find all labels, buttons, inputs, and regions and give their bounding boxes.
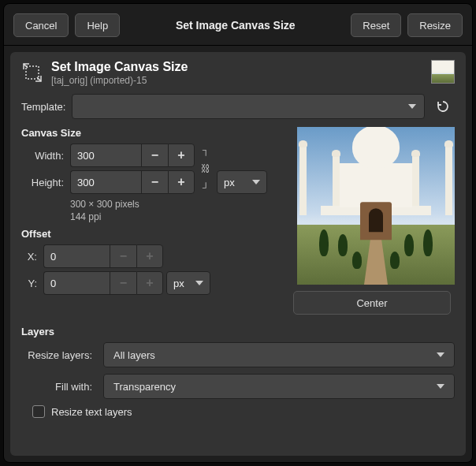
offset-unit-value: px	[173, 278, 191, 289]
height-label: Height:	[21, 177, 67, 188]
offset-y-label: Y:	[21, 278, 40, 289]
resize-layers-label: Resize layers:	[21, 349, 97, 361]
canvas-size-section: Canvas Size	[21, 127, 282, 139]
width-decrement-button[interactable]: −	[141, 144, 168, 167]
width-label: Width:	[21, 150, 67, 162]
offset-x-increment-button[interactable]: +	[136, 244, 163, 268]
resize-text-layers-checkbox[interactable]	[32, 405, 45, 418]
link-bracket-bottom: ┘	[203, 183, 210, 192]
canvas-unit-combo[interactable]: px	[217, 170, 267, 194]
template-label: Template:	[21, 101, 65, 113]
chain-link-toggle[interactable]: ⛓	[201, 163, 210, 174]
chevron-down-icon	[408, 104, 416, 109]
fill-with-label: Fill with:	[21, 381, 97, 393]
chevron-down-icon	[252, 180, 260, 185]
dimension-readout: 300 × 300 pixels	[70, 199, 282, 211]
chevron-down-icon	[437, 352, 444, 357]
center-button[interactable]: Center	[293, 291, 451, 315]
template-combo[interactable]	[72, 94, 425, 119]
chevron-down-icon	[437, 384, 444, 389]
dialog-title: Set Image Canvas Size	[51, 60, 423, 74]
help-button[interactable]: Help	[75, 13, 120, 37]
offset-y-decrement-button[interactable]: −	[110, 271, 136, 295]
svg-rect-0	[26, 66, 39, 79]
height-decrement-button[interactable]: −	[141, 170, 168, 194]
resize-layers-combo[interactable]: All layers	[103, 342, 455, 367]
canvas-preview[interactable]	[297, 127, 455, 285]
cancel-button[interactable]: Cancel	[13, 13, 69, 37]
window-title: Set Image Canvas Size	[126, 19, 344, 32]
reset-icon	[436, 99, 450, 114]
dialog-subtitle: [taj_orig] (imported)-15	[51, 75, 423, 86]
offset-x-input[interactable]	[43, 244, 110, 268]
offset-y-increment-button[interactable]: +	[136, 271, 163, 295]
offset-x-decrement-button[interactable]: −	[110, 244, 136, 268]
width-increment-button[interactable]: +	[168, 144, 195, 167]
height-input[interactable]	[70, 170, 141, 194]
offset-y-input[interactable]	[43, 271, 110, 295]
fill-with-value: Transparency	[113, 381, 437, 393]
resize-text-layers-label: Resize text layers	[51, 406, 132, 418]
offset-unit-combo[interactable]: px	[166, 271, 210, 295]
ppi-readout: 144 ppi	[70, 211, 282, 224]
link-bracket-top: ┐	[203, 145, 210, 155]
header-bar: Cancel Help Set Image Canvas Size Reset …	[4, 4, 472, 46]
width-input[interactable]	[70, 144, 141, 167]
canvas-unit-value: px	[224, 177, 247, 188]
offset-section: Offset	[21, 228, 282, 240]
reset-button[interactable]: Reset	[351, 13, 401, 37]
template-reset-button[interactable]	[431, 95, 455, 118]
resize-layers-value: All layers	[113, 349, 437, 361]
chevron-down-icon	[195, 281, 203, 285]
image-thumbnail	[431, 60, 455, 84]
offset-x-label: X:	[21, 251, 40, 263]
fill-with-combo[interactable]: Transparency	[103, 374, 455, 399]
layers-section: Layers	[21, 326, 455, 337]
resize-button[interactable]: Resize	[407, 13, 463, 37]
height-increment-button[interactable]: +	[168, 170, 195, 194]
canvas-resize-icon	[21, 62, 43, 84]
